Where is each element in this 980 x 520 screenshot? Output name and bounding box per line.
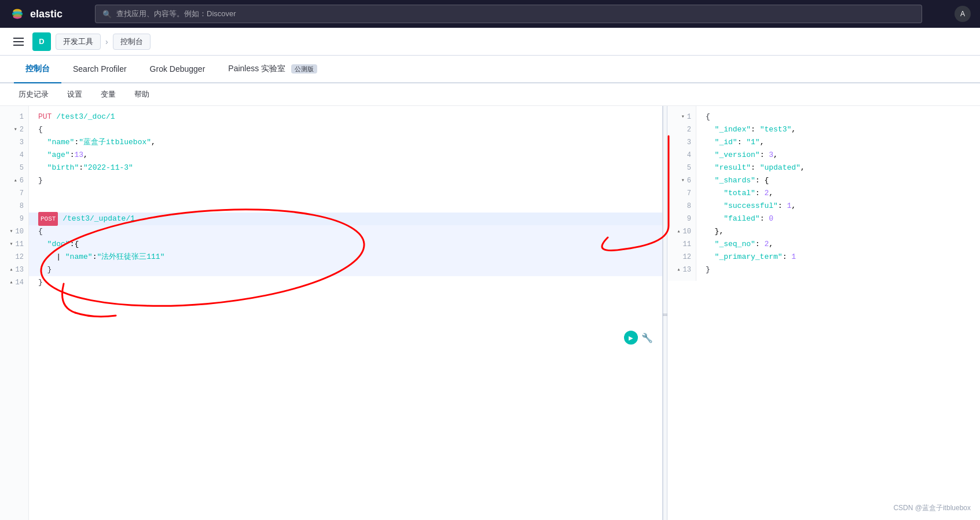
- out-line-num-1: ▾1: [667, 111, 696, 123]
- out-line-13: }: [696, 263, 980, 276]
- out-line-1: {: [696, 111, 980, 123]
- out-line-num-4: 4: [667, 149, 696, 162]
- tab-grok-debugger[interactable]: Grok Debugger: [138, 56, 217, 83]
- editor-line-12: | "name":"法外狂徒张三111": [29, 251, 662, 263]
- line-num-7: 7: [0, 187, 28, 200]
- out-line-num-8: 8: [667, 200, 696, 213]
- tab-console[interactable]: 控制台: [14, 56, 61, 83]
- help-button[interactable]: 帮助: [130, 87, 154, 102]
- breadcrumb-devtools[interactable]: 开发工具: [56, 34, 101, 50]
- secondary-navigation: D 开发工具 › 控制台: [0, 28, 980, 56]
- line-num-1: 1: [0, 111, 28, 123]
- out-line-9: "failed": 0: [696, 213, 980, 225]
- out-line-10: },: [696, 225, 980, 238]
- top-user-avatar[interactable]: A: [955, 6, 971, 22]
- out-line-5: "result": "updated",: [696, 162, 980, 174]
- out-line-num-11: 11: [667, 238, 696, 251]
- line-num-8: 8: [0, 200, 28, 213]
- out-line-num-7: 7: [667, 187, 696, 200]
- search-placeholder: 查找应用、内容等。例如：Discover: [116, 9, 236, 19]
- editor-line-6: }: [29, 174, 662, 187]
- tools-button[interactable]: 🔧: [641, 332, 653, 343]
- line-num-13: ▴13: [0, 263, 28, 276]
- variables-button[interactable]: 变量: [96, 87, 120, 102]
- editor-code-content[interactable]: PUT /test3/_doc/1 { "name":"蓝盒子itbluebox…: [29, 106, 662, 520]
- brand-name: elastic: [30, 8, 63, 20]
- out-line-num-2: 2: [667, 123, 696, 136]
- line-num-9: 9: [0, 213, 28, 225]
- out-line-7: "total": 2,: [696, 187, 980, 200]
- user-badge[interactable]: D: [32, 32, 51, 51]
- beta-badge: 公测版: [291, 64, 317, 74]
- global-search-bar[interactable]: 🔍 查找应用、内容等。例如：Discover: [95, 5, 922, 23]
- line-num-10: ▾10: [0, 225, 28, 238]
- out-line-num-3: 3: [667, 136, 696, 149]
- out-line-6: "_shards": {: [696, 174, 980, 187]
- out-line-num-12: 12: [667, 251, 696, 263]
- editor-line-8: [29, 200, 662, 213]
- play-icon: ▶: [629, 335, 633, 341]
- line-num-14: ▴14: [0, 276, 28, 289]
- run-button-area: ▶ 🔧: [624, 331, 653, 345]
- output-code: ▾1 2 3 4 5 ▾6 7 8 9 ▴10 11 12 ▴13 { "_in…: [667, 106, 980, 281]
- line-num-4: 4: [0, 149, 28, 162]
- method-post-badge: POST: [38, 212, 58, 226]
- editor-line-5: "birth":"2022-11-3": [29, 162, 662, 174]
- editor-line-9: POST /test3/_update/1: [29, 213, 662, 225]
- out-line-num-13: ▴13: [667, 263, 696, 276]
- line-num-3: 3: [0, 136, 28, 149]
- run-button[interactable]: ▶: [624, 331, 638, 345]
- editor-line-1: PUT /test3/_doc/1: [29, 111, 662, 123]
- svg-rect-8: [13, 45, 24, 46]
- code-editor[interactable]: 1 ▾2 3 4 5 ▴6 7 8 9 ▾10 ▾11 12 ▴13 ▴14 P…: [0, 106, 662, 520]
- tab-painless-lab[interactable]: Painless 实验室 公测版: [216, 56, 329, 83]
- elastic-logo[interactable]: elastic: [9, 6, 63, 22]
- out-line-num-5: 5: [667, 162, 696, 174]
- breadcrumb-separator: ›: [105, 37, 108, 46]
- editor-line-11: "doc":{: [29, 238, 662, 251]
- watermark: CSDN @蓝盒子itbluebox: [893, 503, 971, 513]
- hamburger-menu[interactable]: [9, 32, 28, 51]
- line-num-6: ▴6: [0, 174, 28, 187]
- out-line-num-6: ▾6: [667, 174, 696, 187]
- output-line-numbers: ▾1 2 3 4 5 ▾6 7 8 9 ▴10 11 12 ▴13: [667, 106, 696, 281]
- out-line-num-10: ▴10: [667, 225, 696, 238]
- search-icon: 🔍: [102, 10, 112, 19]
- out-line-11: "_seq_no": 2,: [696, 238, 980, 251]
- resize-handle[interactable]: ||: [663, 106, 667, 520]
- out-line-3: "_id": "1",: [696, 136, 980, 149]
- svg-point-5: [13, 13, 23, 17]
- editor-panel: 1 ▾2 3 4 5 ▴6 7 8 9 ▾10 ▾11 12 ▴13 ▴14 P…: [0, 106, 663, 520]
- elastic-logo-icon: [9, 6, 25, 22]
- line-num-2: ▾2: [0, 123, 28, 136]
- line-numbers: 1 ▾2 3 4 5 ▴6 7 8 9 ▾10 ▾11 12 ▴13 ▴14: [0, 106, 29, 520]
- out-line-4: "_version": 3,: [696, 149, 980, 162]
- output-code-content: { "_index": "test3", "_id": "1", "_versi…: [696, 106, 980, 281]
- svg-rect-7: [13, 41, 24, 42]
- line-num-12: 12: [0, 251, 28, 263]
- wrench-icon: 🔧: [641, 332, 653, 343]
- editor-line-13: }: [29, 263, 662, 276]
- history-button[interactable]: 历史记录: [14, 87, 53, 102]
- out-line-12: "_primary_term": 1: [696, 251, 980, 263]
- method-put: PUT: [38, 111, 52, 123]
- line-num-11: ▾11: [0, 238, 28, 251]
- editor-toolbar: 历史记录 设置 变量 帮助: [0, 83, 980, 106]
- editor-line-7: [29, 187, 662, 200]
- editor-line-14: }: [29, 276, 662, 289]
- editor-line-3: "name":"蓝盒子itbluebox",: [29, 136, 662, 149]
- editor-line-2: {: [29, 123, 662, 136]
- settings-button[interactable]: 设置: [63, 87, 87, 102]
- breadcrumb-console[interactable]: 控制台: [113, 34, 151, 50]
- out-line-8: "successful": 1,: [696, 200, 980, 213]
- tab-search-profiler[interactable]: Search Profiler: [61, 56, 138, 83]
- output-panel: ▾1 2 3 4 5 ▾6 7 8 9 ▴10 11 12 ▴13 { "_in…: [667, 106, 980, 520]
- editor-line-10: {: [29, 225, 662, 238]
- tab-navigation: 控制台 Search Profiler Grok Debugger Painle…: [0, 56, 980, 83]
- out-line-num-9: 9: [667, 213, 696, 225]
- top-navigation: elastic 🔍 查找应用、内容等。例如：Discover A: [0, 0, 980, 28]
- main-content: 1 ▾2 3 4 5 ▴6 7 8 9 ▾10 ▾11 12 ▴13 ▴14 P…: [0, 106, 980, 520]
- line-num-5: 5: [0, 162, 28, 174]
- editor-line-4: "age":13,: [29, 149, 662, 162]
- svg-rect-6: [13, 38, 24, 39]
